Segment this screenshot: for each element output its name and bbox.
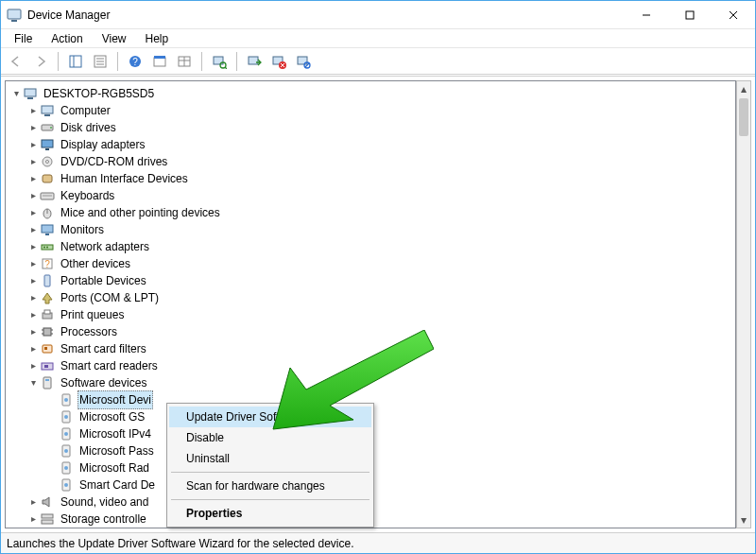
expander-icon[interactable] bbox=[26, 187, 40, 204]
expander-icon[interactable] bbox=[26, 511, 40, 528]
svg-rect-78 bbox=[42, 520, 53, 524]
tree-category[interactable]: Keyboards bbox=[8, 187, 733, 204]
svg-rect-32 bbox=[44, 114, 50, 116]
tree-category[interactable]: Monitors bbox=[8, 221, 733, 238]
expander-icon[interactable] bbox=[26, 170, 40, 187]
expander-icon[interactable] bbox=[26, 374, 40, 391]
tree-category[interactable]: Computer bbox=[8, 102, 733, 119]
uninstall-toolbar-button[interactable] bbox=[267, 50, 290, 73]
expander-icon[interactable] bbox=[26, 153, 40, 170]
expander-icon[interactable] bbox=[26, 493, 40, 511]
tree-category-label: Human Interface Devices bbox=[59, 170, 190, 187]
svg-point-72 bbox=[64, 449, 68, 453]
tree-category[interactable]: Mice and other pointing devices bbox=[8, 204, 733, 221]
expander-icon[interactable] bbox=[26, 323, 40, 340]
tree-category[interactable]: Print queues bbox=[8, 306, 733, 323]
tree-category[interactable]: ?Other devices bbox=[8, 255, 733, 272]
tree-category-label: Keyboards bbox=[59, 187, 116, 204]
scroll-up-icon[interactable]: ▴ bbox=[737, 81, 750, 96]
computer-icon bbox=[23, 86, 38, 101]
disable-toolbar-button[interactable] bbox=[292, 50, 315, 73]
svg-rect-60 bbox=[44, 347, 47, 350]
context-uninstall[interactable]: Uninstall bbox=[169, 448, 371, 469]
svg-point-34 bbox=[50, 127, 52, 129]
context-update-driver[interactable]: Update Driver Software... bbox=[169, 407, 371, 427]
tree-category[interactable]: Ports (COM & LPT) bbox=[8, 289, 733, 306]
svg-rect-51 bbox=[44, 275, 50, 286]
tree-category-label: Sound, video and bbox=[59, 493, 150, 511]
svg-point-70 bbox=[64, 432, 68, 436]
expander-icon[interactable] bbox=[26, 289, 40, 306]
scroll-thumb[interactable] bbox=[739, 98, 748, 136]
tree-device-label: Microsoft Devi bbox=[77, 390, 153, 409]
expander-icon[interactable] bbox=[26, 102, 40, 119]
context-scan[interactable]: Scan for hardware changes bbox=[169, 476, 371, 496]
computer-icon bbox=[40, 103, 55, 118]
tree-category[interactable]: Portable Devices bbox=[8, 272, 733, 289]
expander-icon[interactable] bbox=[26, 119, 40, 136]
svg-line-21 bbox=[225, 67, 227, 69]
tree-root[interactable]: DESKTOP-RGB5SD5 bbox=[8, 85, 733, 102]
view-toolbar-button[interactable] bbox=[173, 50, 196, 73]
context-properties[interactable]: Properties bbox=[169, 503, 371, 524]
tree-root-label: DESKTOP-RGB5SD5 bbox=[42, 85, 156, 102]
expander-icon[interactable] bbox=[26, 204, 40, 221]
tree-category[interactable]: Network adapters bbox=[8, 238, 733, 255]
back-button[interactable] bbox=[5, 50, 27, 73]
svg-point-38 bbox=[46, 161, 49, 164]
menu-file[interactable]: File bbox=[5, 30, 42, 47]
svg-rect-35 bbox=[42, 140, 53, 147]
show-hide-tree-button[interactable] bbox=[64, 50, 87, 73]
menu-view[interactable]: View bbox=[93, 30, 136, 47]
tree-category[interactable]: DVD/CD-ROM drives bbox=[8, 153, 733, 170]
other-icon: ? bbox=[40, 256, 55, 271]
close-button[interactable] bbox=[712, 1, 755, 29]
tree-category-label: Processors bbox=[59, 323, 119, 340]
maximize-button[interactable] bbox=[668, 1, 712, 29]
expander-icon[interactable] bbox=[26, 340, 40, 357]
tree-category[interactable]: Software devices bbox=[8, 374, 733, 391]
properties-toolbar-button[interactable] bbox=[89, 50, 112, 73]
expander-icon[interactable] bbox=[26, 255, 40, 272]
svg-rect-15 bbox=[154, 56, 165, 59]
context-disable[interactable]: Disable bbox=[169, 427, 371, 448]
expander-icon[interactable] bbox=[26, 221, 40, 238]
tree-category-label: Smart card readers bbox=[59, 357, 160, 374]
help-toolbar-button[interactable]: ? bbox=[124, 50, 146, 73]
menu-action[interactable]: Action bbox=[42, 30, 92, 47]
svg-rect-63 bbox=[43, 377, 51, 389]
expander-icon[interactable] bbox=[9, 85, 23, 102]
svg-rect-53 bbox=[44, 310, 50, 314]
window-title: Device Manager bbox=[27, 9, 110, 22]
tree-category[interactable]: Human Interface Devices bbox=[8, 170, 733, 187]
expander-icon[interactable] bbox=[26, 357, 40, 374]
svg-rect-22 bbox=[249, 57, 258, 64]
reader-icon bbox=[40, 358, 55, 373]
tree-device-label: Microsoft Rad bbox=[77, 459, 151, 476]
tree-category[interactable]: Smart card filters bbox=[8, 340, 733, 357]
software-device-icon bbox=[59, 460, 74, 476]
forward-button[interactable] bbox=[29, 50, 52, 73]
context-separator bbox=[171, 472, 369, 473]
mouse-icon bbox=[40, 205, 55, 220]
tree-category[interactable]: Disk drives bbox=[8, 119, 733, 136]
scroll-down-icon[interactable]: ▾ bbox=[737, 512, 750, 528]
update-driver-toolbar-button[interactable] bbox=[243, 50, 266, 73]
vertical-scrollbar[interactable]: ▴ ▾ bbox=[736, 80, 751, 528]
tree-category[interactable]: Smart card readers bbox=[8, 357, 733, 374]
expander-icon[interactable] bbox=[26, 306, 40, 323]
scan-hardware-button[interactable] bbox=[208, 50, 231, 73]
software-device-icon bbox=[59, 443, 74, 459]
software-icon bbox=[40, 375, 55, 390]
minimize-button[interactable] bbox=[625, 1, 668, 29]
tree-category[interactable]: Display adapters bbox=[8, 136, 733, 153]
menu-help[interactable]: Help bbox=[136, 30, 179, 47]
action-toolbar-button[interactable] bbox=[148, 50, 171, 73]
expander-icon[interactable] bbox=[26, 272, 40, 289]
tree-category[interactable]: Processors bbox=[8, 323, 733, 340]
hid-icon bbox=[40, 171, 55, 186]
status-bar: Launches the Update Driver Software Wiza… bbox=[1, 532, 755, 553]
expander-icon[interactable] bbox=[26, 136, 40, 153]
tree-category-label: Smart card filters bbox=[59, 340, 148, 357]
expander-icon[interactable] bbox=[26, 238, 40, 255]
